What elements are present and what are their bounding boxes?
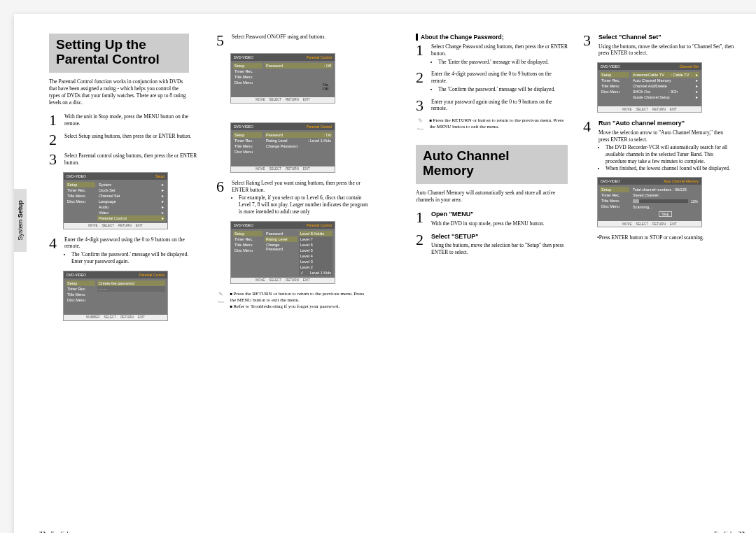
about-change-password-heading: About the Change Password; [416,34,568,41]
screenshot-channel-set: DVD-VIDEOChannel Set Setup Timer Rec. Ti… [597,62,702,113]
screenshot-parental-on: DVD-VIDEOParental Control Setup Timer Re… [230,122,335,173]
auto-intro: Auto Channel Memory will automatically s… [416,190,568,204]
page-number-right: English - 33 [714,530,745,533]
auto-step-2: 2 Select "SETUP"Using the buttons, move … [416,233,568,256]
stop-button: Stop [659,211,671,217]
manual-spread: System Setup Setting Up the Parental Con… [14,14,756,533]
about-step-2: 2 Enter the 4-digit password using the 0… [416,71,568,92]
step-5: 5 Select Password ON/OFF using and butto… [216,34,368,48]
page-title: Setting Up the Parental Control [56,38,182,67]
note-icon: ✎Note [416,118,425,132]
step-1: 1 With the unit in Stop mode, press the … [49,113,201,127]
auto-note: Press ENTER button to STOP or cancel sca… [599,234,704,241]
page-33: System Setup About the Change Password; … [392,14,756,533]
title-parental-control: Setting Up the Parental Control [49,34,189,73]
side-tab-left: System Setup [14,189,27,252]
auto-step-3: 3 Select "Channel Set"Using the buttons,… [583,34,735,57]
title-auto-channel: Auto Channel Memory [416,145,568,184]
step-3: 3 Select Parental control using buttons,… [49,152,201,166]
about-step-1: 1 Select Change Password using buttons, … [416,43,568,65]
screenshot-rating-levels: DVD-VIDEOParental Control Setup Timer Re… [230,221,335,284]
note-icon: ✎Note [216,291,225,310]
note-left: ✎Note Press the RETURN or button to retu… [216,291,368,310]
auto-step-4: 4 Run "Auto channel memory"Move the sele… [583,120,735,171]
step-4: 4 Enter the 4-digit password using the 0… [49,236,201,265]
step-2: 2 Select Setup using buttons, then press… [49,133,201,147]
auto-step-1: 1 Open "MENU"With the DVD in stop mode, … [416,211,568,227]
page-number-left: 32 - English [39,530,70,533]
about-step-3: 3 Enter your password again using the 0 … [416,99,568,113]
note-about: ✎Note Press the RETURN or button to retu… [416,118,568,132]
intro-text: The Parental Control function works in c… [49,78,189,107]
screenshot-parental-off: DVD-VIDEOParental Control Setup Timer Re… [230,53,335,104]
screenshot-create-password: DVD-VIDEOParental Control Setup Timer Re… [63,271,168,321]
screenshot-auto-channel-memory: DVD-VIDEOAuto Channel Memory Setup Timer… [597,177,702,227]
screenshot-setup: DVD-VIDEOSetup Setup Timer Rec. Title Me… [63,172,168,229]
step-6: 6 Select Rating Level you want using but… [216,180,368,215]
page-title: Auto Channel Memory [423,149,561,178]
page-32: System Setup Setting Up the Parental Con… [14,14,392,533]
